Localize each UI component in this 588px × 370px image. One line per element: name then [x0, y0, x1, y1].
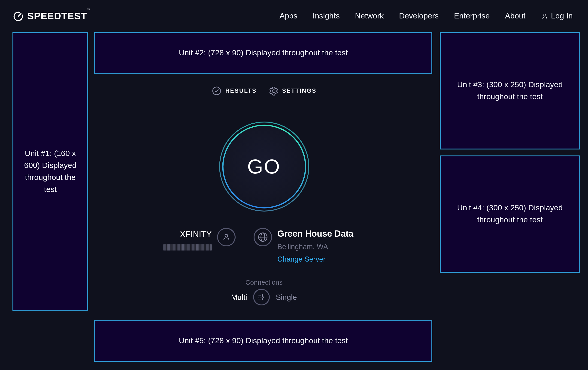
connections-toggle[interactable]	[253, 289, 270, 305]
ad-unit-4-text: Unit #4: (300 x 250) Displayed throughou…	[454, 202, 566, 226]
ad-unit-4[interactable]: Unit #4: (300 x 250) Displayed throughou…	[440, 155, 580, 273]
ad-unit-1[interactable]: Unit #1: (160 x 600) Displayed throughou…	[12, 32, 88, 311]
results-settings-tabs: RESULTS SETTINGS	[88, 86, 440, 96]
nav-item-insights[interactable]: Insights	[313, 11, 340, 21]
ad-unit-3-text: Unit #3: (300 x 250) Displayed throughou…	[454, 79, 566, 103]
logo-wordmark: SPEEDTEST	[27, 11, 87, 21]
server-location: Bellingham, WA	[277, 243, 365, 251]
ad-unit-3[interactable]: Unit #3: (300 x 250) Displayed throughou…	[440, 32, 580, 150]
isp-avatar-icon	[217, 228, 235, 246]
connections-single-option[interactable]: Single	[276, 293, 297, 301]
check-circle-icon	[211, 86, 222, 96]
connection-meta-row: XFINITY Green House Data Bellingham, WA	[88, 228, 440, 263]
isp-block: XFINITY	[163, 229, 212, 250]
nav-item-about[interactable]: About	[505, 11, 526, 21]
tab-settings-label: SETTINGS	[282, 88, 316, 94]
connections-toggle-row: Multi Single	[88, 289, 440, 305]
change-server-link[interactable]: Change Server	[277, 255, 326, 263]
top-nav-bar: SPEEDTEST® Apps Insights Network Develop…	[0, 0, 588, 32]
tab-settings[interactable]: SETTINGS	[269, 86, 316, 96]
nav-item-developers[interactable]: Developers	[399, 11, 439, 21]
login-label: Log In	[551, 11, 573, 21]
globe-icon	[253, 228, 272, 246]
user-icon	[541, 12, 548, 20]
connections-label: Connections	[88, 279, 440, 286]
speedtest-page: SPEEDTEST® Apps Insights Network Develop…	[0, 0, 588, 370]
redacted-ip	[163, 244, 212, 250]
tab-results[interactable]: RESULTS	[211, 86, 257, 96]
connections-multi-option[interactable]: Multi	[231, 293, 247, 301]
tab-results-label: RESULTS	[225, 88, 257, 94]
nav-item-apps[interactable]: Apps	[279, 11, 297, 21]
nav-item-network[interactable]: Network	[355, 11, 384, 21]
primary-nav: Apps Insights Network Developers Enterpr…	[279, 11, 573, 21]
server-block: Green House Data Bellingham, WA Change S…	[277, 229, 365, 263]
go-button-label: GO	[219, 121, 309, 212]
speedtest-logo[interactable]: SPEEDTEST®	[13, 11, 89, 22]
nav-item-enterprise[interactable]: Enterprise	[454, 11, 490, 21]
isp-name: XFINITY	[163, 229, 212, 240]
gauge-icon	[13, 11, 23, 21]
ad-unit-1-text: Unit #1: (160 x 600) Displayed throughou…	[18, 148, 83, 196]
logo-trademark: ®	[87, 7, 90, 11]
multi-arrows-icon	[256, 291, 267, 303]
server-name: Green House Data	[277, 229, 365, 239]
login-button[interactable]: Log In	[541, 11, 573, 21]
go-button[interactable]: GO	[219, 121, 309, 212]
test-panel: RESULTS SETTINGS	[88, 32, 440, 361]
gear-icon	[269, 86, 278, 96]
